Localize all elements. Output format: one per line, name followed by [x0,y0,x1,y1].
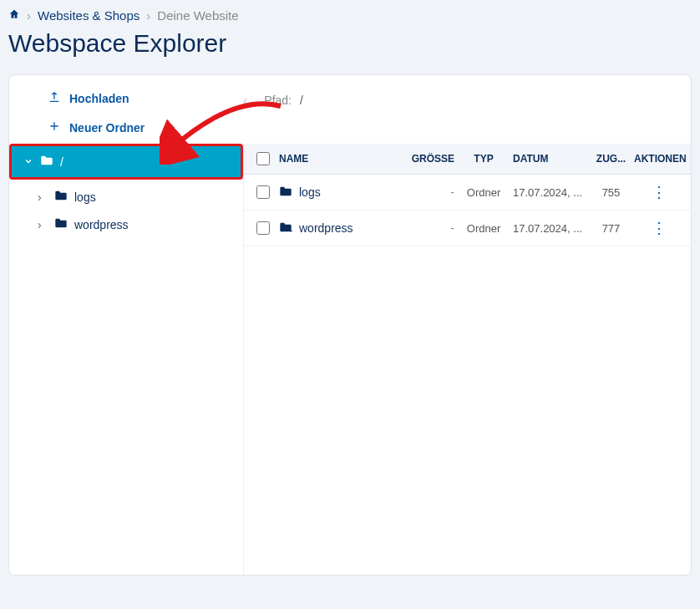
header-date[interactable]: DATUM [513,153,588,165]
breadcrumb-current: Deine Website [157,8,238,23]
table-row[interactable]: logs - Ordner 17.07.2024, ... 755 ⋮ [244,175,691,211]
tree-item-label: logs [74,190,96,204]
row-size: - [404,185,454,199]
row-type: Ordner [454,222,513,235]
file-table: NAME GRÖSSE TYP DATUM ZUG... AKTIONEN lo… [243,144,691,575]
more-actions-icon[interactable]: ⋮ [652,220,667,236]
breadcrumb: › Websites & Shops › Deine Website [8,8,692,23]
header-size[interactable]: GRÖSSE [404,153,454,165]
breadcrumb-link-websites[interactable]: Websites & Shops [38,8,139,23]
folder-icon [54,217,68,231]
more-actions-icon[interactable]: ⋮ [652,184,667,200]
row-checkbox[interactable] [256,221,270,235]
header-type[interactable]: TYP [454,153,513,165]
upload-button[interactable]: Hochladen [26,90,243,106]
tree-item-label: wordpress [74,218,129,231]
tree-root-folder[interactable]: / [12,146,241,177]
header-perm[interactable]: ZUG... [588,153,634,165]
row-date: 17.07.2024, ... [513,222,588,235]
row-perm: 777 [588,222,634,235]
row-perm: 755 [588,186,634,199]
chevron-right-icon: › [38,218,48,231]
folder-icon [279,185,292,200]
row-name: logs [299,185,321,199]
explorer-panel: Hochladen Neuer Ordner ‹ Pfad: / [8,74,692,576]
row-name: wordpress [299,221,353,235]
table-row[interactable]: wordpress - Ordner 17.07.2024, ... 777 ⋮ [244,211,691,246]
row-date: 17.07.2024, ... [513,186,588,199]
back-button[interactable]: ‹ [243,94,247,109]
chevron-right-icon: › [146,8,150,23]
table-header: NAME GRÖSSE TYP DATUM ZUG... AKTIONEN [244,144,691,175]
chevron-down-icon [23,155,33,169]
chevron-right-icon: › [27,8,31,23]
header-actions: AKTIONEN [634,153,684,165]
chevron-right-icon: › [38,190,48,204]
header-name[interactable]: NAME [276,153,404,165]
folder-icon [40,155,53,169]
page-title: Webspace Explorer [8,29,692,58]
select-all-checkbox[interactable] [256,152,270,165]
tree-root-label: / [60,155,63,169]
row-size: - [404,221,454,235]
home-icon[interactable] [8,8,20,23]
folder-icon [54,190,68,204]
tree-item-wordpress[interactable]: › wordpress [9,211,243,238]
row-type: Ordner [454,186,513,199]
path-value: / [300,94,303,107]
plus-icon [48,119,61,135]
new-folder-label: Neuer Ordner [69,121,145,134]
upload-icon [48,90,61,106]
row-checkbox[interactable] [256,185,270,199]
folder-icon [279,221,292,236]
new-folder-button[interactable]: Neuer Ordner [26,119,243,135]
tree-item-logs[interactable]: › logs [9,183,243,211]
folder-tree: / › logs › wordpress [9,144,243,575]
path-label: Pfad: [264,94,292,107]
upload-label: Hochladen [69,92,129,105]
